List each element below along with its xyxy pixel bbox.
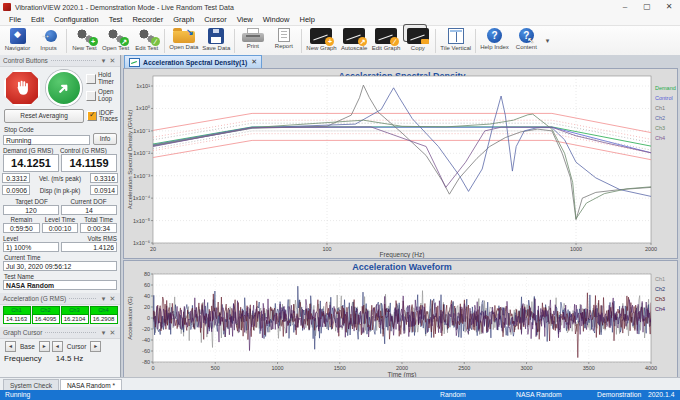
toolbar-help-index-button[interactable]: Help Index [478,27,511,55]
disp-right-value: 0.0914 [90,185,118,195]
toolbar-new-test-button[interactable]: New Test [69,27,100,55]
toolbar-open-test-button[interactable]: Open Test [100,27,131,55]
menu-recorder[interactable]: Recorder [127,14,168,26]
open-test-icon [105,28,127,44]
run-button[interactable] [46,70,82,106]
cursor-drag-handle[interactable] [45,332,96,333]
edit-test-icon [136,28,158,44]
volts-rms-label: Volts RMS [60,235,117,242]
menu-view[interactable]: View [232,14,258,26]
menu-window[interactable]: Window [258,14,295,26]
svg-text:Frequency (Hz): Frequency (Hz) [380,251,425,258]
graph-cursor-header[interactable]: Graph Cursor ▾ ✕ [0,327,120,339]
close-button[interactable]: ✕ [658,0,680,14]
svg-text:60: 60 [144,282,150,288]
svg-text:-80: -80 [142,359,150,365]
stop-code-label: Stop Code [0,124,120,133]
accel-close-icon[interactable]: ✕ [108,295,117,303]
toolbar-inputs-button[interactable]: Inputs [33,27,64,55]
menu-configuration[interactable]: Configuration [49,14,104,26]
svg-text:Ch3: Ch3 [655,296,665,302]
toolbar-separator [234,29,235,53]
base-next-button[interactable]: ▸ [39,341,50,352]
toolbar-open-data-button[interactable]: Open Data [167,27,200,55]
open-loop-checkbox[interactable] [86,91,96,101]
menu-edit[interactable]: Edit [26,14,49,26]
menu-file[interactable]: File [4,14,26,26]
svg-text:1500: 1500 [334,365,346,371]
toolbar-tile-vertical-button[interactable]: Tile Vertical [438,27,473,55]
tab-nasa-random[interactable]: NASA Random * [60,379,122,390]
control-label: Control (G RMS) [60,147,117,154]
demand-label: Demand (G RMS) [3,147,60,154]
dock-drag-handle[interactable] [51,60,96,61]
dock-menu-icon[interactable]: ▾ [99,57,108,65]
reset-averaging-button[interactable]: Reset Averaging [4,109,84,123]
accel-menu-icon[interactable]: ▾ [99,295,108,303]
svg-text:500: 500 [211,365,220,371]
svg-text:1000: 1000 [570,246,582,252]
svg-text:0: 0 [147,315,150,321]
toolbar-navigator-button[interactable]: Navigator [2,27,33,55]
toolbar-content-button[interactable]: Content [511,27,542,55]
minimize-button[interactable]: – [614,0,636,14]
graph-tab-icon [129,58,140,67]
svg-text:80: 80 [144,271,150,277]
dock-close-icon[interactable]: ✕ [108,57,117,65]
waveform-chart[interactable]: Acceleration Waveform806040200-20-40-60-… [123,260,678,379]
svg-text:0: 0 [151,365,154,371]
tab-system-check[interactable]: System Check [3,379,59,390]
menu-test[interactable]: Test [104,14,128,26]
toolbar-print-button[interactable]: Print [237,27,268,55]
stop-button[interactable] [4,70,40,106]
accel-col-ch3: Ch316.2104 [61,306,89,324]
idof-traces-checkbox[interactable] [87,111,97,121]
remain-label: Remain [2,216,41,223]
cursor-label: Cursor [67,343,87,350]
cursor-prev-button[interactable]: ◂ [52,341,63,352]
svg-text:1x10⁻²: 1x10⁻² [133,150,150,156]
svg-text:Ch1: Ch1 [655,105,665,111]
toolbar-edit-graph-button[interactable]: Edit Graph [370,27,403,55]
tile-vertical-label: Tile Vertical [440,45,471,51]
toolbar-autoscale-button[interactable]: Autoscale [339,27,370,55]
asd-chart[interactable]: Acceleration Spectral Density1x10¹1x10⁰1… [123,68,678,259]
menu-graph[interactable]: Graph [168,14,199,26]
hold-timer-checkbox[interactable] [86,74,96,84]
cursor-menu-icon[interactable]: ▾ [99,329,108,337]
base-label: Base [20,343,35,350]
open-loop-label: OpenLoop [98,89,113,102]
toolbar-new-graph-button[interactable]: New Graph [304,27,338,55]
control-buttons-header[interactable]: Control Buttons ▾ ✕ [0,55,120,67]
toolbar-separator [66,29,67,53]
svg-text:Ch4: Ch4 [655,306,665,312]
current-dof-label: Current DOF [60,198,117,205]
menu-help[interactable]: Help [294,14,319,26]
stop-code-field: Running [3,135,90,145]
cursor-next-button[interactable]: ▸ [90,341,101,352]
base-prev-button[interactable]: ◂ [5,341,16,352]
accel-rms-header[interactable]: Acceleration (G RMS) ▾ ✕ [0,293,120,305]
toolbar-report-button[interactable]: Report [268,27,299,55]
cursor-close-icon[interactable]: ✕ [108,329,117,337]
accel-drag-handle[interactable] [69,298,96,299]
tab-acceleration-spectral-density[interactable]: Acceleration Spectral Density(1) ✕ [124,55,262,68]
svg-text:2500: 2500 [458,365,470,371]
vibrationview-window: VibrationVIEW 2020.1 - Demonstration Mod… [0,0,680,400]
content-icon [519,28,534,43]
accel-col-ch1: Ch114.1163 [3,306,31,324]
svg-text:1x10⁻³: 1x10⁻³ [133,173,150,179]
graph-tab-close-icon[interactable]: ✕ [251,58,257,66]
help-index-label: Help Index [480,44,509,50]
new-graph-label: New Graph [306,45,336,51]
toolbar-overflow-icon[interactable]: ▾ [546,37,550,45]
menu-cursor[interactable]: Cursor [199,14,232,26]
maximize-button[interactable]: ▢ [636,0,658,14]
menu-bar: FileEditConfigurationTestRecorderGraphCu… [0,14,680,26]
svg-text:Control: Control [655,95,673,101]
accel-header: Ch3 [61,306,89,315]
toolbar-edit-test-button[interactable]: Edit Test [131,27,162,55]
toolbar-save-data-button[interactable]: Save Data [200,27,232,55]
toolbar-copy-button[interactable]: Copy [402,27,433,55]
info-button[interactable]: Info [93,133,117,145]
